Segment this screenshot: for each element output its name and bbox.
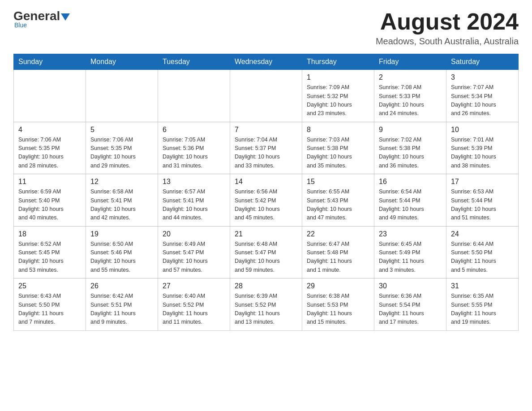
day-info: Sunrise: 6:40 AMSunset: 5:52 PMDaylight:… [163,292,225,327]
weekday-header-friday: Friday [374,54,446,70]
day-number: 22 [307,230,369,238]
day-info: Sunrise: 6:54 AMSunset: 5:44 PMDaylight:… [379,188,442,223]
calendar-cell: 30Sunrise: 6:36 AMSunset: 5:54 PMDayligh… [374,278,446,331]
calendar-cell [230,70,302,122]
day-number: 16 [379,178,442,186]
day-number: 17 [451,178,514,186]
calendar-cell: 14Sunrise: 6:56 AMSunset: 5:42 PMDayligh… [230,174,302,227]
calendar-cell [14,70,86,122]
day-info: Sunrise: 6:44 AMSunset: 5:50 PMDaylight:… [451,240,514,275]
day-info: Sunrise: 7:09 AMSunset: 5:32 PMDaylight:… [307,83,369,118]
location-title: Meadows, South Australia, Australia [376,36,519,47]
day-info: Sunrise: 7:08 AMSunset: 5:33 PMDaylight:… [379,83,442,118]
day-number: 3 [451,73,514,81]
calendar-cell: 6Sunrise: 7:05 AMSunset: 5:36 PMDaylight… [158,122,230,174]
calendar-cell: 25Sunrise: 6:43 AMSunset: 5:50 PMDayligh… [14,278,86,331]
day-info: Sunrise: 6:50 AMSunset: 5:46 PMDaylight:… [90,240,153,275]
calendar-cell: 9Sunrise: 7:02 AMSunset: 5:38 PMDaylight… [374,122,446,174]
weekday-header-thursday: Thursday [302,54,374,70]
month-title: August 2024 [376,9,519,34]
day-info: Sunrise: 6:45 AMSunset: 5:49 PMDaylight:… [379,240,442,275]
calendar-cell: 10Sunrise: 7:01 AMSunset: 5:39 PMDayligh… [446,122,519,174]
logo-triangle-icon [61,13,70,21]
day-info: Sunrise: 7:04 AMSunset: 5:37 PMDaylight:… [235,136,297,171]
day-info: Sunrise: 6:42 AMSunset: 5:51 PMDaylight:… [90,292,153,327]
calendar-cell: 22Sunrise: 6:47 AMSunset: 5:48 PMDayligh… [302,226,374,278]
calendar-cell: 24Sunrise: 6:44 AMSunset: 5:50 PMDayligh… [446,226,519,278]
day-number: 14 [235,178,297,186]
calendar-cell: 13Sunrise: 6:57 AMSunset: 5:41 PMDayligh… [158,174,230,227]
day-number: 10 [451,126,514,134]
day-number: 18 [18,230,81,238]
day-number: 28 [235,282,297,290]
day-info: Sunrise: 7:02 AMSunset: 5:38 PMDaylight:… [379,136,442,171]
day-info: Sunrise: 6:47 AMSunset: 5:48 PMDaylight:… [307,240,369,275]
calendar-table: SundayMondayTuesdayWednesdayThursdayFrid… [13,54,519,331]
day-number: 23 [379,230,442,238]
weekday-header-saturday: Saturday [446,54,519,70]
calendar-week-2: 4Sunrise: 7:06 AMSunset: 5:35 PMDaylight… [14,122,519,174]
day-number: 5 [90,126,153,134]
calendar-cell: 19Sunrise: 6:50 AMSunset: 5:46 PMDayligh… [86,226,158,278]
day-number: 8 [307,126,369,134]
calendar-cell: 8Sunrise: 7:03 AMSunset: 5:38 PMDaylight… [302,122,374,174]
day-info: Sunrise: 6:57 AMSunset: 5:41 PMDaylight:… [163,188,225,223]
day-info: Sunrise: 6:39 AMSunset: 5:52 PMDaylight:… [235,292,297,327]
calendar-cell: 29Sunrise: 6:38 AMSunset: 5:53 PMDayligh… [302,278,374,331]
weekday-header-sunday: Sunday [14,54,86,70]
day-info: Sunrise: 7:06 AMSunset: 5:35 PMDaylight:… [90,136,153,171]
day-info: Sunrise: 6:58 AMSunset: 5:41 PMDaylight:… [90,188,153,223]
header-row: SundayMondayTuesdayWednesdayThursdayFrid… [14,54,519,70]
day-info: Sunrise: 7:01 AMSunset: 5:39 PMDaylight:… [451,136,514,171]
day-info: Sunrise: 6:48 AMSunset: 5:47 PMDaylight:… [235,240,297,275]
day-info: Sunrise: 7:03 AMSunset: 5:38 PMDaylight:… [307,136,369,171]
day-number: 9 [379,126,442,134]
day-number: 15 [307,178,369,186]
calendar-cell: 26Sunrise: 6:42 AMSunset: 5:51 PMDayligh… [86,278,158,331]
calendar-cell: 15Sunrise: 6:55 AMSunset: 5:43 PMDayligh… [302,174,374,227]
weekday-header-wednesday: Wednesday [230,54,302,70]
day-number: 7 [235,126,297,134]
day-info: Sunrise: 6:56 AMSunset: 5:42 PMDaylight:… [235,188,297,223]
day-number: 6 [163,126,225,134]
day-number: 12 [90,178,153,186]
header-right: August 2024 Meadows, South Australia, Au… [376,9,519,47]
day-info: Sunrise: 6:49 AMSunset: 5:47 PMDaylight:… [163,240,225,275]
day-number: 11 [18,178,81,186]
calendar-cell: 31Sunrise: 6:35 AMSunset: 5:55 PMDayligh… [446,278,519,331]
day-number: 19 [90,230,153,238]
calendar-cell: 20Sunrise: 6:49 AMSunset: 5:47 PMDayligh… [158,226,230,278]
weekday-header-monday: Monday [86,54,158,70]
calendar-cell: 27Sunrise: 6:40 AMSunset: 5:52 PMDayligh… [158,278,230,331]
day-info: Sunrise: 6:36 AMSunset: 5:54 PMDaylight:… [379,292,442,327]
day-info: Sunrise: 7:05 AMSunset: 5:36 PMDaylight:… [163,136,225,171]
calendar-week-3: 11Sunrise: 6:59 AMSunset: 5:40 PMDayligh… [14,174,519,227]
day-info: Sunrise: 6:55 AMSunset: 5:43 PMDaylight:… [307,188,369,223]
day-number: 29 [307,282,369,290]
calendar-cell: 11Sunrise: 6:59 AMSunset: 5:40 PMDayligh… [14,174,86,227]
calendar-cell [158,70,230,122]
calendar-cell [86,70,158,122]
calendar-cell: 3Sunrise: 7:07 AMSunset: 5:34 PMDaylight… [446,70,519,122]
calendar-week-5: 25Sunrise: 6:43 AMSunset: 5:50 PMDayligh… [14,278,519,331]
day-number: 1 [307,73,369,81]
page-header: General Blue August 2024 Meadows, South … [13,9,519,47]
day-info: Sunrise: 6:53 AMSunset: 5:44 PMDaylight:… [451,188,514,223]
calendar-cell: 7Sunrise: 7:04 AMSunset: 5:37 PMDaylight… [230,122,302,174]
day-number: 26 [90,282,153,290]
calendar-cell: 18Sunrise: 6:52 AMSunset: 5:45 PMDayligh… [14,226,86,278]
calendar-cell: 17Sunrise: 6:53 AMSunset: 5:44 PMDayligh… [446,174,519,227]
day-info: Sunrise: 6:43 AMSunset: 5:50 PMDaylight:… [18,292,81,327]
day-number: 27 [163,282,225,290]
day-info: Sunrise: 6:59 AMSunset: 5:40 PMDaylight:… [18,188,81,223]
day-number: 13 [163,178,225,186]
calendar-cell: 5Sunrise: 7:06 AMSunset: 5:35 PMDaylight… [86,122,158,174]
day-number: 4 [18,126,81,134]
calendar-week-4: 18Sunrise: 6:52 AMSunset: 5:45 PMDayligh… [14,226,519,278]
calendar-cell: 21Sunrise: 6:48 AMSunset: 5:47 PMDayligh… [230,226,302,278]
day-number: 2 [379,73,442,81]
logo: General Blue [13,9,70,29]
calendar-cell: 2Sunrise: 7:08 AMSunset: 5:33 PMDaylight… [374,70,446,122]
day-number: 25 [18,282,81,290]
calendar-cell: 16Sunrise: 6:54 AMSunset: 5:44 PMDayligh… [374,174,446,227]
